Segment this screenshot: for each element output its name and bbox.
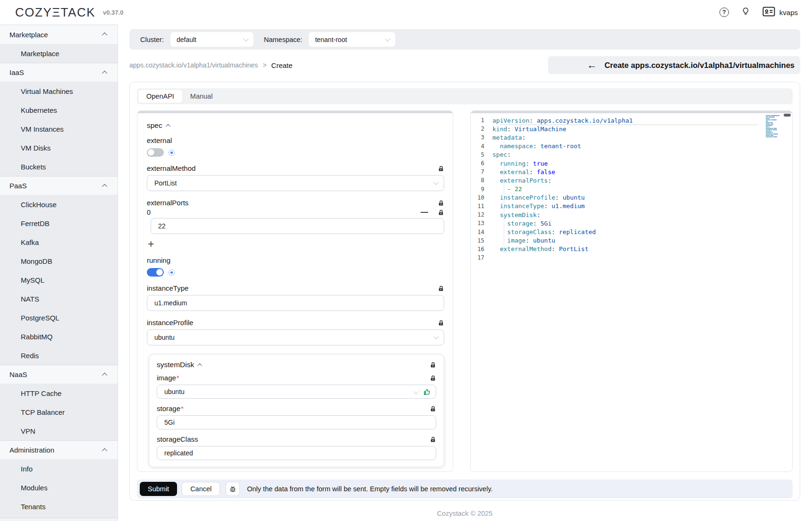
- thumbs-up-icon[interactable]: [423, 388, 431, 396]
- cancel-button[interactable]: Cancel: [182, 482, 220, 496]
- system-disk-section-header[interactable]: systemDisk: [157, 361, 202, 369]
- help-icon[interactable]: ?: [719, 8, 729, 17]
- namespace-select[interactable]: tenant-root: [309, 32, 395, 47]
- sidebar-item-kubernetes[interactable]: Kubernetes: [0, 101, 118, 119]
- running-toggle[interactable]: [147, 268, 164, 277]
- debug-button[interactable]: [226, 482, 240, 496]
- line-number: 12: [471, 211, 492, 218]
- sidebar-section-administration[interactable]: Administration: [0, 440, 118, 459]
- yaml-editor[interactable]: 1apiVersion: apps.cozystack.io/v1alpha12…: [470, 110, 793, 472]
- remove-item-button[interactable]: [421, 212, 428, 213]
- sidebar-item-info[interactable]: Info: [0, 459, 118, 478]
- tab-openapi[interactable]: OpenAPI: [138, 90, 182, 103]
- external-port-input[interactable]: [151, 218, 444, 234]
- code-line[interactable]: 4 namespace: tenant-root: [471, 142, 792, 151]
- external-toggle[interactable]: [147, 148, 164, 157]
- sidebar-footer-strip: [0, 518, 118, 521]
- unlock-icon[interactable]: [430, 436, 436, 443]
- sidebar-item-modules[interactable]: Modules: [0, 478, 118, 497]
- breadcrumb-path[interactable]: apps.cozystack.io/v1alpha1/virtualmachin…: [129, 61, 258, 69]
- code-line[interactable]: 15 image: ubuntu: [471, 236, 792, 245]
- code-line[interactable]: 9 - 22: [471, 185, 792, 193]
- app-header: COZYΞTACK v0.37.0 ? kvaps: [0, 0, 812, 25]
- storage-class-input[interactable]: [157, 446, 436, 460]
- instance-profile-label: instanceProfile: [147, 319, 193, 327]
- cluster-select[interactable]: default: [170, 32, 254, 47]
- sidebar-item-postgresql[interactable]: PostgreSQL: [0, 308, 118, 327]
- sidebar-section-paas[interactable]: PaaS: [0, 176, 118, 195]
- unlock-icon[interactable]: [430, 405, 436, 412]
- code-line[interactable]: 12 systemDisk:: [471, 210, 792, 219]
- sidebar-section-marketplace[interactable]: Marketplace: [0, 25, 118, 44]
- sidebar-item-mongodb[interactable]: MongoDB: [0, 252, 118, 270]
- unlock-icon[interactable]: [430, 375, 436, 381]
- unlock-icon[interactable]: [438, 319, 444, 326]
- sidebar-item-redis[interactable]: Redis: [0, 346, 118, 365]
- indent-guide: [504, 159, 504, 168]
- sidebar-item-vpn[interactable]: VPN: [0, 421, 118, 440]
- tab-manual[interactable]: Manual: [182, 90, 221, 103]
- image-label: image*: [157, 374, 179, 382]
- user-menu[interactable]: kvaps: [762, 7, 798, 18]
- page-title: Create apps.cozystack.io/v1alpha1/virtua…: [604, 61, 795, 70]
- system-disk-card: systemDisk image*: [149, 354, 444, 467]
- spec-section-header[interactable]: spec: [147, 121, 444, 130]
- breadcrumb-separator: >: [262, 61, 266, 69]
- add-item-button[interactable]: +: [148, 239, 444, 250]
- sidebar-item-buckets[interactable]: Buckets: [0, 157, 118, 176]
- code-line[interactable]: 1apiVersion: apps.cozystack.io/v1alpha1: [471, 116, 792, 125]
- code-line[interactable]: 16 externalMethod: PortList: [471, 245, 792, 253]
- sidebar-item-http-cache[interactable]: HTTP Cache: [0, 384, 118, 403]
- submit-button[interactable]: Submit: [140, 482, 177, 496]
- sidebar-item-rabbitmq[interactable]: RabbitMQ: [0, 327, 118, 346]
- editor-scrollbar-thumb[interactable]: [784, 114, 791, 117]
- unlock-icon[interactable]: [438, 209, 444, 216]
- code-line[interactable]: 10 instanceProfile: ubuntu: [471, 193, 792, 202]
- collapse-icon: [197, 363, 202, 368]
- sidebar-item-ferretdb[interactable]: FerretDB: [0, 214, 118, 233]
- sidebar-item-kafka[interactable]: Kafka: [0, 233, 118, 252]
- code-line[interactable]: 13 storage: 5Gi: [471, 219, 792, 227]
- chevron-down-icon: [414, 389, 419, 394]
- back-arrow-icon[interactable]: ←: [587, 60, 597, 70]
- instance-type-input[interactable]: [147, 295, 444, 311]
- indent-guide: [504, 142, 504, 151]
- sidebar-item-vm-disks[interactable]: VM Disks: [0, 138, 118, 157]
- code-line[interactable]: 6 running: true: [471, 159, 792, 168]
- code-line[interactable]: 11 instanceType: u1.medium: [471, 202, 792, 210]
- sidebar-section-naas[interactable]: NaaS: [0, 365, 118, 384]
- sidebar-item-virtual-machines[interactable]: Virtual Machines: [0, 82, 118, 101]
- sidebar-item-marketplace[interactable]: Marketplace: [0, 44, 118, 63]
- theme-bulb-icon[interactable]: [741, 7, 750, 18]
- sidebar-item-tenants[interactable]: Tenants: [0, 497, 118, 516]
- unlock-icon[interactable]: [438, 200, 444, 206]
- main-content: Cluster: default Namespace: tenant-root …: [118, 25, 812, 521]
- image-select[interactable]: ubuntu: [157, 385, 436, 399]
- unlock-icon[interactable]: [438, 165, 444, 172]
- external-label: external: [147, 136, 444, 144]
- openapi-form: spec external externalMethod: [137, 110, 453, 472]
- code-line[interactable]: 2kind: VirtualMachine: [471, 125, 792, 133]
- code-line[interactable]: 8 externalPorts:: [471, 176, 792, 185]
- editor-minimap[interactable]: [766, 115, 785, 139]
- sidebar-item-vm-instances[interactable]: VM Instances: [0, 119, 118, 138]
- code-line[interactable]: 14 storageClass: replicated: [471, 227, 792, 236]
- code-line[interactable]: 7 external: false: [471, 168, 792, 176]
- sidebar-item-clickhouse[interactable]: ClickHouse: [0, 195, 118, 214]
- unlock-icon[interactable]: [430, 361, 436, 368]
- sidebar-item-nats[interactable]: NATS: [0, 289, 118, 308]
- code-line[interactable]: 5spec:: [471, 151, 792, 159]
- required-asterisk: *: [177, 374, 179, 382]
- code-line[interactable]: 3metadata:: [471, 133, 792, 142]
- instance-profile-select[interactable]: ubuntu: [147, 329, 444, 345]
- line-number: 5: [471, 151, 492, 158]
- code-line[interactable]: 17: [471, 253, 792, 262]
- external-method-select[interactable]: PortList: [147, 175, 444, 191]
- storage-input[interactable]: [157, 415, 436, 429]
- sidebar-item-mysql[interactable]: MySQL: [0, 270, 118, 289]
- indent-guide: [504, 176, 504, 185]
- line-number: 7: [471, 168, 492, 175]
- unlock-icon[interactable]: [438, 285, 444, 292]
- sidebar-section-iaas[interactable]: IaaS: [0, 63, 118, 82]
- sidebar-item-tcp-balancer[interactable]: TCP Balancer: [0, 403, 118, 421]
